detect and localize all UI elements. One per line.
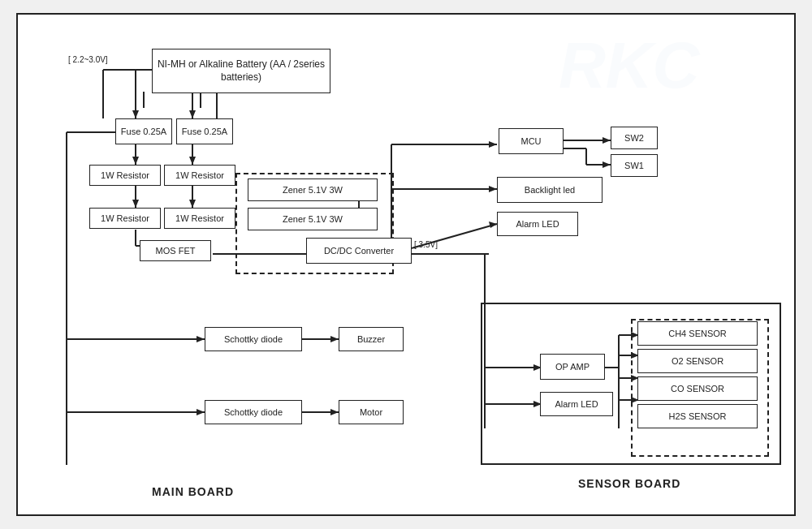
svg-marker-38 — [603, 137, 611, 144]
schottky2-box: Schottky diode — [205, 400, 302, 424]
fuse2-box: Fuse 0.25A — [176, 118, 233, 144]
svg-marker-9 — [189, 110, 196, 118]
svg-text:RKC: RKC — [559, 29, 701, 101]
voltage-battery-label: [ 2.2~3.0V] — [68, 55, 108, 64]
resistor4-box: 1W Resistor — [164, 208, 235, 229]
mosfet-box: MOS FET — [140, 240, 211, 261]
alarm-led-bottom-box: Alarm LED — [540, 392, 613, 416]
h2s-sensor-box: H2S SENSOR — [637, 404, 758, 428]
zener1-box: Zener 5.1V 3W — [248, 178, 378, 201]
svg-marker-13 — [189, 157, 196, 165]
zener2-box: Zener 5.1V 3W — [248, 208, 378, 230]
co-sensor-box: CO SENSOR — [637, 376, 758, 401]
backlight-box: Backlight led — [497, 177, 603, 203]
o2-sensor-box: O2 SENSOR — [637, 349, 758, 373]
buzzer-box: Buzzer — [339, 327, 404, 351]
svg-marker-27 — [330, 336, 339, 342]
battery-box: NI-MH or Alkaline Battery (AA / 2series … — [152, 49, 330, 93]
svg-marker-17 — [189, 200, 196, 208]
motor-box: Motor — [339, 400, 404, 424]
sensor-board-label: SENSOR BOARD — [578, 477, 680, 490]
svg-marker-42 — [603, 161, 611, 168]
resistor2-box: 1W Resistor — [164, 165, 235, 186]
svg-marker-31 — [330, 409, 339, 415]
diagram-container: RKC — [16, 13, 796, 516]
fuse1-box: Fuse 0.25A — [115, 118, 172, 144]
dcdc-box: DC/DC Converter — [306, 238, 412, 264]
main-board-label: MAIN BOARD — [152, 485, 234, 498]
voltage-output-label: [ 3.5V] — [414, 240, 438, 249]
ch4-sensor-box: CH4 SENSOR — [637, 321, 758, 346]
sw2-box: SW2 — [611, 127, 658, 149]
resistor1-box: 1W Resistor — [89, 165, 161, 186]
svg-marker-53 — [489, 221, 497, 228]
svg-marker-11 — [132, 157, 139, 165]
svg-marker-15 — [132, 200, 139, 208]
mcu-box: MCU — [499, 128, 564, 154]
resistor3-box: 1W Resistor — [89, 208, 161, 229]
sw1-box: SW1 — [611, 154, 658, 177]
svg-marker-45 — [489, 186, 497, 192]
svg-marker-29 — [197, 336, 205, 342]
svg-marker-33 — [197, 409, 205, 415]
svg-marker-7 — [132, 110, 139, 118]
schottky1-box: Schottky diode — [205, 327, 302, 351]
watermark: RKC — [551, 15, 794, 112]
svg-marker-36 — [489, 141, 497, 148]
op-amp-box: OP AMP — [540, 354, 605, 380]
alarm-led-top-box: Alarm LED — [497, 212, 578, 236]
